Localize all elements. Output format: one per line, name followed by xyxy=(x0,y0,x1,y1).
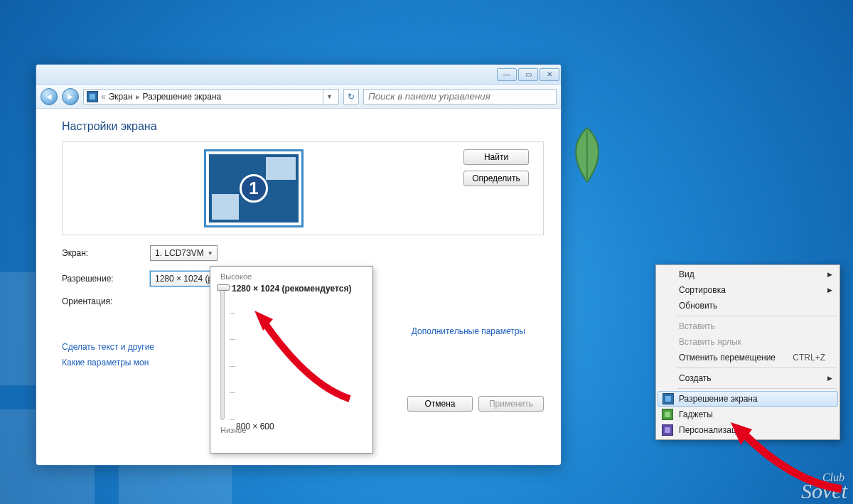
ctx-paste-label: Вставить xyxy=(679,321,715,331)
breadcrumb[interactable]: « Экран ▸ Разрешение экрана ▼ xyxy=(83,89,339,104)
search-input[interactable] xyxy=(363,89,557,104)
breadcrumb-current[interactable]: Разрешение экрана xyxy=(143,92,222,102)
ctx-undo-label: Отменить перемещение xyxy=(679,353,776,363)
cancel-button[interactable]: Отмена xyxy=(407,396,473,412)
ctx-personalize[interactable]: Персонализация xyxy=(658,422,838,438)
slider-max-label: 1280 × 1024 (рекомендуется) xyxy=(232,284,364,294)
ctx-sort-label: Сортировка xyxy=(679,285,726,295)
ctx-resolution-label: Разрешение экрана xyxy=(679,394,758,404)
forward-button[interactable]: ► xyxy=(62,88,79,105)
ctx-paste-shortcut: Вставить ярлык xyxy=(658,334,838,350)
personalize-icon xyxy=(662,424,673,436)
apply-button[interactable]: Применить xyxy=(478,396,544,412)
screen-resolution-icon xyxy=(662,393,674,404)
back-button[interactable]: ◄ xyxy=(41,88,58,105)
resolution-label: Разрешение: xyxy=(62,274,140,284)
decorative-leaf xyxy=(566,127,608,183)
ctx-refresh[interactable]: Обновить xyxy=(658,298,838,313)
ctx-new-label: Создать xyxy=(679,373,712,383)
ctx-separator xyxy=(677,316,837,316)
monitor-number-badge: 1 xyxy=(240,174,268,203)
slider-thumb[interactable] xyxy=(217,284,230,291)
ctx-screen-resolution[interactable]: Разрешение экрана xyxy=(658,391,838,407)
ctx-view[interactable]: Вид ▶ xyxy=(658,267,838,282)
ctx-gadgets[interactable]: Гаджеты xyxy=(658,407,838,422)
resolution-slider[interactable] xyxy=(220,285,225,420)
submenu-arrow-icon: ▶ xyxy=(827,271,832,278)
maximize-button[interactable]: ▭ xyxy=(518,68,538,81)
breadcrumb-root[interactable]: Экран xyxy=(109,92,133,102)
orientation-label: Ориентация: xyxy=(62,296,140,306)
ctx-undo-move[interactable]: Отменить перемещение CTRL+Z xyxy=(658,350,838,365)
ctx-view-label: Вид xyxy=(679,269,694,279)
ctx-new[interactable]: Создать ▶ xyxy=(658,370,838,386)
desktop-context-menu: Вид ▶ Сортировка ▶ Обновить Вставить Вст… xyxy=(655,264,840,440)
submenu-arrow-icon: ▶ xyxy=(827,375,832,382)
detect-button[interactable]: Найти xyxy=(463,149,529,165)
minimize-button[interactable]: — xyxy=(497,68,517,81)
breadcrumb-dropdown[interactable]: ▼ xyxy=(323,89,336,104)
ctx-gadgets-label: Гаджеты xyxy=(679,409,713,419)
ctx-sort[interactable]: Сортировка ▶ xyxy=(658,282,838,298)
ctx-separator xyxy=(677,388,837,389)
breadcrumb-arrow-icon: ▸ xyxy=(136,92,140,102)
display-combo[interactable]: 1. LCD73VM xyxy=(150,245,218,261)
identify-button[interactable]: Определить xyxy=(463,171,529,186)
monitor-thumbnail[interactable]: 1 xyxy=(204,149,304,227)
page-title: Настройки экрана xyxy=(62,120,544,133)
display-preview-panel: 1 Найти Определить xyxy=(62,141,544,235)
slider-min-label: 800 × 600 xyxy=(236,422,274,431)
breadcrumb-sep: « xyxy=(101,92,106,102)
watermark: Club Sovet xyxy=(801,473,847,500)
control-panel-icon xyxy=(87,91,98,102)
ctx-paste-shortcut-label: Вставить ярлык xyxy=(679,337,741,347)
ctx-refresh-label: Обновить xyxy=(679,301,717,311)
ctx-personalize-label: Персонализация xyxy=(679,425,746,435)
ctx-separator xyxy=(677,368,837,368)
titlebar: — ▭ ✕ xyxy=(36,65,561,85)
display-label: Экран: xyxy=(62,248,140,258)
nav-toolbar: ◄ ► « Экран ▸ Разрешение экрана ▼ ↻ xyxy=(36,85,561,109)
submenu-arrow-icon: ▶ xyxy=(827,286,832,294)
refresh-button[interactable]: ↻ xyxy=(343,89,359,104)
resolution-dropdown-popup: Высокое 1280 × 1024 (рекомендуется) 800 … xyxy=(210,266,373,454)
gadgets-icon xyxy=(662,409,673,420)
ctx-undo-shortcut: CTRL+Z xyxy=(793,353,825,363)
close-button[interactable]: ✕ xyxy=(540,68,559,81)
slider-ticks xyxy=(230,286,251,419)
ctx-paste: Вставить xyxy=(658,318,838,334)
slider-high-label: Высокое xyxy=(220,272,364,281)
